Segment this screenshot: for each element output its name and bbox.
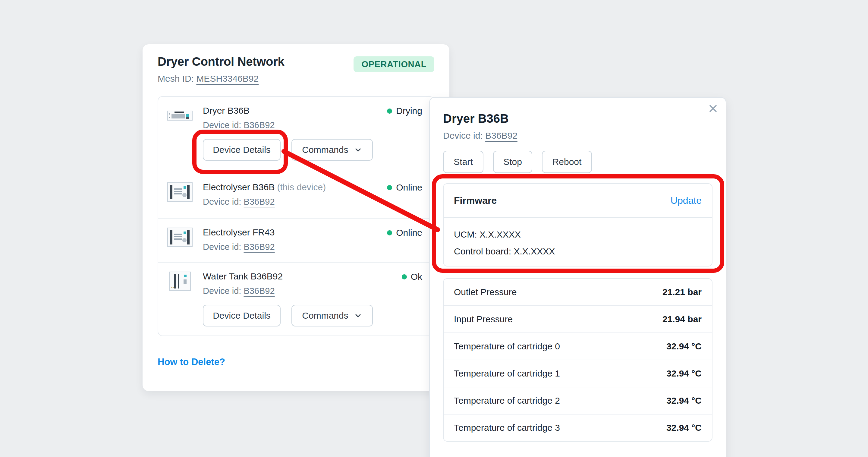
device-id-link[interactable]: B36B92 xyxy=(485,130,518,141)
device-status: Ok xyxy=(402,272,422,282)
metric-value: 21.94 bar xyxy=(662,314,702,324)
firmware-control-board-version: Control board: X.X.XXXX xyxy=(454,245,702,257)
mesh-id-line: Mesh ID: MESH3346B92 xyxy=(158,73,284,85)
commands-button-label: Commands xyxy=(302,310,348,321)
device-info: Electrolyser FR43 Device id: B36B92 xyxy=(203,226,277,253)
mesh-id-label: Mesh ID: xyxy=(158,73,194,84)
how-to-delete-link[interactable]: How to Delete? xyxy=(158,357,225,367)
metric-label: Temperature of cartridge 3 xyxy=(454,423,560,433)
metric-label: Temperature of cartridge 0 xyxy=(454,341,560,352)
mesh-id-link[interactable]: MESH3346B92 xyxy=(196,73,258,84)
status-label: Online xyxy=(396,182,422,193)
status-label: Ok xyxy=(411,272,422,282)
firmware-section: Firmware Update UCM: X.X.XXXX Control bo… xyxy=(443,183,712,267)
commands-button[interactable]: Commands xyxy=(291,305,373,327)
device-details-button[interactable]: Device Details xyxy=(203,139,281,161)
firmware-ucm-version: UCM: X.X.XXXX xyxy=(454,228,702,241)
device-id-label: Device id: xyxy=(203,197,241,207)
water-tank-thumbnail-icon xyxy=(167,272,193,291)
table-row: Temperature of cartridge 1 32.94 °C xyxy=(444,360,712,387)
status-dot-icon xyxy=(387,109,392,114)
chevron-down-icon xyxy=(354,311,362,320)
metrics-table: Outlet Pressure 21.21 bar Input Pressure… xyxy=(443,278,712,441)
device-name: Electrolyser B36B(this device) xyxy=(203,181,326,193)
stop-button[interactable]: Stop xyxy=(493,151,532,173)
metric-value: 32.94 °C xyxy=(666,423,702,433)
table-row: Outlet Pressure 21.21 bar xyxy=(444,279,712,305)
table-row: Temperature of cartridge 3 32.94 °C xyxy=(444,414,712,441)
device-name: Electrolyser FR43 xyxy=(203,226,277,239)
device-name: Water Tank B36B92 xyxy=(203,270,373,282)
status-label: Drying xyxy=(396,106,422,116)
device-id-label: Device id: xyxy=(443,130,483,141)
network-card-header: Dryer Control Network Mesh ID: MESH3346B… xyxy=(158,54,434,85)
status-dot-icon xyxy=(387,185,392,190)
commands-button-label: Commands xyxy=(302,145,348,155)
close-icon[interactable] xyxy=(707,102,720,115)
metric-label: Input Pressure xyxy=(454,314,513,324)
device-id-line: Device id: B36B92 xyxy=(203,241,277,253)
device-name-suffix: (this device) xyxy=(277,182,326,192)
table-row: Temperature of cartridge 0 32.94 °C xyxy=(444,333,712,360)
device-id-label: Device id: xyxy=(203,242,241,252)
dryer-thumbnail-icon xyxy=(167,106,193,125)
device-status: Online xyxy=(387,227,422,238)
action-buttons: Start Stop Reboot xyxy=(443,151,712,173)
panel-device-id-line: Device id: B36B92 xyxy=(443,130,712,142)
app-background: Dryer Control Network Mesh ID: MESH3346B… xyxy=(0,0,868,457)
device-id-link[interactable]: B36B92 xyxy=(244,242,275,252)
metric-value: 32.94 °C xyxy=(666,341,702,352)
metric-label: Outlet Pressure xyxy=(454,287,517,297)
status-dot-icon xyxy=(387,230,392,236)
metric-label: Temperature of cartridge 2 xyxy=(454,396,560,406)
network-card: Dryer Control Network Mesh ID: MESH3346B… xyxy=(143,44,450,391)
device-id-label: Device id: xyxy=(203,286,241,296)
device-id-label: Device id: xyxy=(203,120,241,130)
page-title: Dryer Control Network xyxy=(158,54,284,69)
metric-value: 32.94 °C xyxy=(666,368,702,378)
device-id-link[interactable]: B36B92 xyxy=(244,120,275,130)
device-status: Drying xyxy=(387,106,422,116)
firmware-update-link[interactable]: Update xyxy=(671,195,702,206)
device-details-button[interactable]: Device Details xyxy=(203,305,281,327)
device-info: Electrolyser B36B(this device) Device id… xyxy=(203,181,326,208)
device-id-link[interactable]: B36B92 xyxy=(244,286,275,296)
metric-value: 21.21 bar xyxy=(662,287,702,297)
panel-title: Dryer B36B xyxy=(443,111,712,126)
status-dot-icon xyxy=(402,274,407,279)
device-name: Dryer B36B xyxy=(203,104,373,117)
electrolyser-thumbnail-icon xyxy=(167,182,193,202)
table-row: Temperature of cartridge 2 32.94 °C xyxy=(444,387,712,414)
device-list: Dryer B36B Device id: B36B92 Device Deta… xyxy=(158,96,434,336)
device-row-electrolyser-fr43: Electrolyser FR43 Device id: B36B92 Onli… xyxy=(158,218,434,262)
table-row: Input Pressure 21.94 bar xyxy=(444,305,712,333)
device-info: Dryer B36B Device id: B36B92 Device Deta… xyxy=(203,104,373,161)
status-badge: OPERATIONAL xyxy=(353,56,434,72)
device-row-electrolyser-b36b: Electrolyser B36B(this device) Device id… xyxy=(158,173,434,218)
device-row-dryer: Dryer B36B Device id: B36B92 Device Deta… xyxy=(158,97,434,173)
reboot-button[interactable]: Reboot xyxy=(542,151,592,173)
status-label: Online xyxy=(396,227,422,238)
firmware-title: Firmware xyxy=(454,195,497,206)
device-info: Water Tank B36B92 Device id: B36B92 Devi… xyxy=(203,270,373,327)
commands-button[interactable]: Commands xyxy=(291,139,373,161)
metric-label: Temperature of cartridge 1 xyxy=(454,368,560,378)
device-id-line: Device id: B36B92 xyxy=(203,196,326,208)
chevron-down-icon xyxy=(354,146,362,154)
device-id-link[interactable]: B36B92 xyxy=(244,197,275,207)
device-id-line: Device id: B36B92 xyxy=(203,119,373,131)
device-id-line: Device id: B36B92 xyxy=(203,285,373,297)
device-status: Online xyxy=(387,182,422,193)
start-button[interactable]: Start xyxy=(443,151,484,173)
metric-value: 32.94 °C xyxy=(666,396,702,406)
device-detail-panel: Dryer B36B Device id: B36B92 Start Stop … xyxy=(429,97,726,457)
electrolyser-thumbnail-icon xyxy=(167,227,193,247)
device-row-water-tank: Water Tank B36B92 Device id: B36B92 Devi… xyxy=(158,262,434,336)
